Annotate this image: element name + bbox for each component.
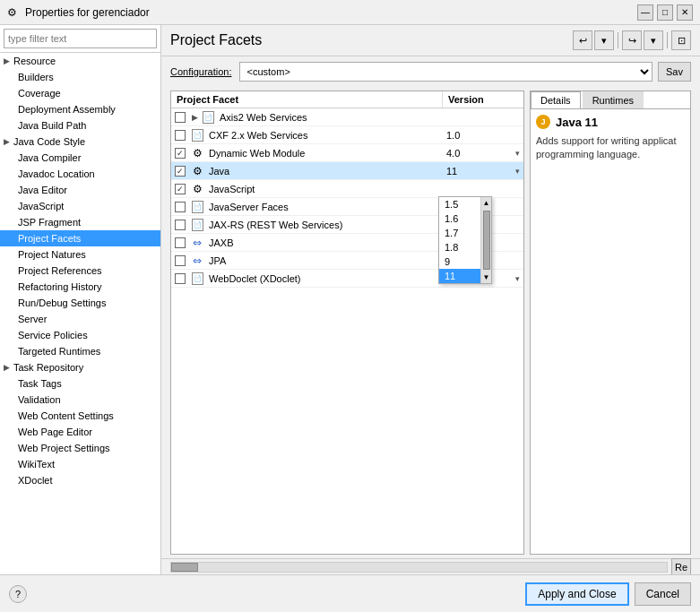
maximize-button[interactable]: □ [657, 4, 673, 21]
sidebar-item-javadoc-location[interactable]: Javadoc Location [0, 166, 160, 182]
facet-checkbox[interactable] [175, 184, 186, 194]
sidebar-item-project-natures[interactable]: Project Natures [0, 246, 160, 263]
toolbar-separator [618, 32, 618, 48]
sidebar-filter-area [0, 25, 160, 53]
sidebar-item-builders[interactable]: Builders [0, 69, 160, 85]
version-dropdown-arrow-icon[interactable]: ▾ [515, 274, 520, 283]
java-version-option[interactable]: 1.5 [439, 197, 480, 211]
close-button[interactable]: ✕ [677, 4, 693, 21]
sidebar-item-web-page-editor[interactable]: Web Page Editor [0, 424, 160, 440]
minimize-button[interactable]: — [637, 4, 653, 21]
facet-row[interactable]: ⚙JavaScript [171, 180, 523, 198]
facet-checkbox[interactable] [175, 273, 186, 284]
java-version-option[interactable]: 9 [439, 254, 480, 269]
facets-body: ▶📄Axis2 Web Services📄CXF 2.x Web Service… [171, 108, 523, 554]
config-label: Configuration: [170, 66, 232, 77]
toolbar-back-button[interactable]: ↩ [573, 30, 592, 50]
facet-checkbox-cell [171, 273, 189, 284]
sidebar-item-label: Task Repository [13, 362, 83, 373]
facet-version-cell: 11▾ [443, 166, 523, 177]
facet-version-cell: 1.0 [443, 130, 523, 141]
sidebar-item-validation[interactable]: Validation [0, 392, 160, 408]
facet-name: Dynamic Web Module [205, 148, 443, 159]
facet-checkbox[interactable] [175, 148, 186, 159]
facet-row[interactable]: ⚙Dynamic Web Module4.0▾ [171, 144, 523, 162]
sidebar-item-label: Builders [18, 72, 54, 82]
version-dropdown-arrow-icon[interactable]: ▾ [515, 149, 520, 158]
sidebar-filter-input[interactable] [4, 29, 157, 48]
horizontal-scrollbar[interactable] [170, 562, 668, 573]
sidebar-item-project-references[interactable]: Project References [0, 263, 160, 279]
sidebar-item-label: Deployment Assembly [18, 104, 116, 115]
gear-icon: ⚙ [191, 183, 203, 195]
facet-row[interactable]: ▶📄Axis2 Web Services [171, 108, 523, 126]
java-version-option[interactable]: 1.6 [439, 211, 480, 226]
page-icon: 📄 [192, 219, 203, 231]
details-content: J Java 11 Adds support for writing appli… [531, 109, 690, 554]
sidebar-item-label: Java Build Path [18, 120, 86, 131]
gear-icon: ⚙ [191, 147, 203, 159]
tab-details[interactable]: Details [531, 91, 581, 108]
facet-checkbox[interactable] [175, 220, 186, 230]
sidebar-item-java-editor[interactable]: Java Editor [0, 182, 160, 198]
cancel-button[interactable]: Cancel [635, 582, 691, 606]
sidebar-item-server[interactable]: Server [0, 311, 160, 327]
sidebar-item-task-repository[interactable]: ▶Task Repository [0, 359, 160, 375]
sidebar-item-wikitext[interactable]: WikiText [0, 456, 160, 472]
sidebar-item-label: WikiText [18, 459, 55, 470]
sidebar-item-java-compiler[interactable]: Java Compiler [0, 150, 160, 166]
sidebar-item-label: Run/Debug Settings [18, 297, 106, 308]
sidebar-item-coverage[interactable]: Coverage [0, 85, 160, 101]
facet-checkbox[interactable] [175, 166, 186, 177]
sidebar-item-label: Refactoring History [18, 281, 102, 292]
facet-checkbox[interactable] [175, 202, 186, 212]
sidebar-item-service-policies[interactable]: Service Policies [0, 327, 160, 343]
dropdown-list[interactable]: 1.51.61.71.8911 [439, 197, 480, 283]
facet-version-text: 11 [446, 166, 515, 177]
sidebar-item-label: Targeted Runtimes [18, 346, 100, 357]
facet-checkbox[interactable] [175, 237, 186, 248]
facet-row[interactable]: ⚙Java11▾ [171, 162, 523, 180]
sidebar-item-xdoclet[interactable]: XDoclet [0, 472, 160, 488]
sidebar-item-jsp-fragment[interactable]: JSP Fragment [0, 214, 160, 230]
facet-checkbox[interactable] [175, 112, 186, 123]
java-version-option[interactable]: 1.8 [439, 240, 480, 254]
apply-close-button[interactable]: Apply and Close [525, 582, 628, 606]
sidebar-item-resource[interactable]: ▶Resource [0, 53, 160, 69]
facet-name: JAX-RS (REST Web Services) [205, 220, 443, 230]
footer: ? Apply and Close Cancel [0, 574, 700, 612]
facet-checkbox[interactable] [175, 130, 186, 141]
sidebar-item-javascript[interactable]: JavaScript [0, 198, 160, 214]
dropdown-scroll-up[interactable]: ▲ [481, 197, 492, 209]
toolbar-forward-dropdown[interactable]: ▾ [644, 30, 663, 50]
sidebar-item-project-facets[interactable]: Project Facets [0, 230, 160, 246]
toolbar-buttons: ↩ ▾ ↪ ▾ ⊡ [573, 30, 691, 50]
version-dropdown-arrow-icon[interactable]: ▾ [515, 167, 520, 176]
toolbar-back-dropdown[interactable]: ▾ [594, 30, 614, 50]
dropdown-scroll-down[interactable]: ▼ [481, 272, 492, 283]
sidebar-item-java-code-style[interactable]: ▶Java Code Style [0, 134, 160, 150]
save-button[interactable]: Sav [658, 62, 691, 82]
facet-checkbox[interactable] [175, 255, 186, 266]
java-version-option[interactable]: 11 [439, 269, 480, 283]
re-button[interactable]: Re [671, 558, 691, 575]
sidebar-item-deployment-assembly[interactable]: Deployment Assembly [0, 101, 160, 117]
sidebar-item-label: Service Policies [18, 330, 88, 340]
facet-row[interactable]: 📄CXF 2.x Web Services1.0 [171, 126, 523, 144]
java-version-option[interactable]: 1.7 [439, 226, 480, 240]
sidebar-item-web-project-settings[interactable]: Web Project Settings [0, 440, 160, 456]
facet-icon-cell: ⚙ [189, 183, 205, 195]
java-icon: J [536, 115, 550, 129]
tab-runtimes[interactable]: Runtimes [583, 91, 644, 108]
sidebar-item-task-tags[interactable]: Task Tags [0, 375, 160, 392]
sidebar-item-java-build-path[interactable]: Java Build Path [0, 117, 160, 134]
sidebar-item-run/debug-settings[interactable]: Run/Debug Settings [0, 295, 160, 311]
toolbar-forward-button[interactable]: ↪ [622, 30, 642, 50]
toolbar-expand-button[interactable]: ⊡ [671, 30, 691, 50]
arrow-icon: ⇔ [191, 254, 203, 267]
sidebar-item-refactoring-history[interactable]: Refactoring History [0, 279, 160, 295]
sidebar-item-targeted-runtimes[interactable]: Targeted Runtimes [0, 343, 160, 359]
sidebar-item-web-content-settings[interactable]: Web Content Settings [0, 408, 160, 424]
config-select[interactable]: <custom> [239, 62, 653, 82]
help-button[interactable]: ? [9, 585, 27, 603]
